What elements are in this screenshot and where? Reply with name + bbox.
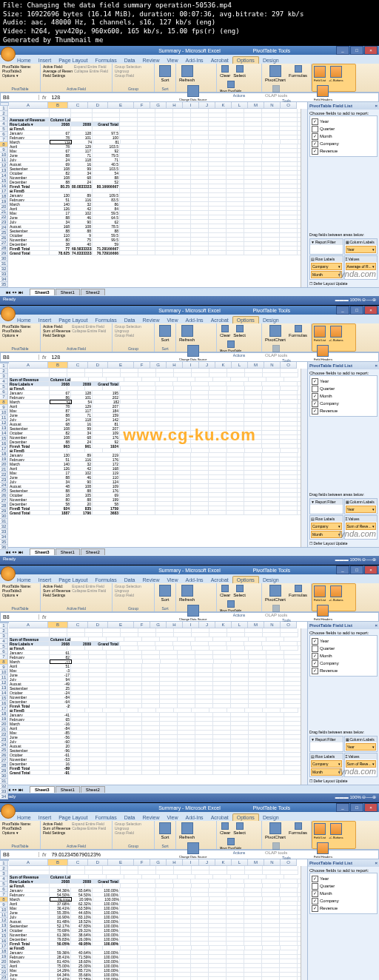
field-quarter[interactable]: Quarter [312, 882, 375, 890]
row-header[interactable]: 34 [0, 277, 8, 282]
tab-insert[interactable]: Insert [35, 814, 56, 821]
col-header-M[interactable]: M [248, 859, 264, 866]
col-header-K[interactable]: K [215, 102, 232, 109]
row-header[interactable]: 26 [0, 235, 8, 241]
row-header[interactable]: 8 [0, 142, 8, 147]
col-header-M[interactable]: M [248, 622, 264, 628]
sheet-tab-3[interactable]: Sheet3 [30, 289, 55, 295]
row-header[interactable]: 21 [0, 964, 8, 970]
buttons-icon[interactable] [330, 823, 342, 835]
tab-view[interactable]: View [163, 57, 181, 64]
row-header[interactable]: 8 [0, 897, 8, 902]
tab-page-layout[interactable]: Page Layout [55, 577, 91, 583]
row-header[interactable]: 22 [0, 472, 8, 477]
tab-design[interactable]: Design [259, 317, 283, 323]
row-header[interactable]: 21 [0, 467, 8, 472]
col-header-G[interactable]: G [150, 102, 167, 109]
cell[interactable]: Grand Total [9, 251, 50, 255]
row-header[interactable]: 14 [0, 173, 8, 178]
row-header[interactable]: 10 [0, 907, 8, 913]
cell[interactable]: 1887 [50, 511, 71, 515]
row-header[interactable]: 5 [0, 127, 8, 132]
buttons-icon[interactable] [330, 585, 342, 597]
row-header[interactable]: 17 [0, 189, 8, 194]
tab-options[interactable]: Options [232, 316, 259, 323]
col-header-J[interactable]: J [199, 622, 215, 628]
row-header[interactable]: 20 [0, 462, 8, 467]
row-header[interactable]: 22 [0, 732, 8, 737]
close-icon[interactable]: × [375, 623, 378, 628]
refresh-icon[interactable] [181, 822, 193, 834]
headers-icon[interactable] [317, 85, 329, 97]
row-header[interactable]: 3 [0, 871, 8, 876]
col-header-O[interactable]: O [281, 362, 297, 369]
col-header-I[interactable]: I [183, 622, 199, 628]
row-header[interactable]: 11 [0, 675, 8, 680]
row-header[interactable]: 25 [0, 748, 8, 753]
col-header-D[interactable]: D [88, 622, 108, 628]
row-header[interactable]: 19 [0, 954, 8, 959]
col-header-A[interactable]: A [9, 622, 48, 628]
field-year[interactable]: Year [312, 875, 375, 882]
row-header[interactable]: 10 [0, 152, 8, 158]
select-icon[interactable] [236, 822, 244, 830]
cell[interactable]: 76.72916666 [93, 251, 120, 255]
tab-insert[interactable]: Insert [35, 317, 56, 323]
row-header[interactable]: 17 [0, 706, 8, 711]
fx-icon[interactable]: fx [39, 95, 49, 100]
cell[interactable]: 78.625 [50, 251, 71, 255]
maximize-button[interactable]: □ [350, 46, 363, 55]
field-company[interactable]: Company [312, 660, 375, 667]
row-header[interactable]: 10 [0, 410, 8, 415]
col-header-K[interactable]: K [215, 859, 232, 866]
col-header-B[interactable]: B [48, 859, 68, 866]
pivotchart-icon[interactable] [269, 585, 281, 597]
row-header[interactable]: 19 [0, 716, 8, 722]
col-header-G[interactable]: G [150, 859, 167, 866]
row-header[interactable]: 18 [0, 452, 8, 457]
tab-addins[interactable]: Add-Ins [182, 577, 207, 583]
tab-data[interactable]: Data [121, 577, 139, 583]
col-header-J[interactable]: J [199, 859, 215, 866]
row-header[interactable]: 15 [0, 696, 8, 701]
row-header[interactable]: 1 [0, 861, 8, 866]
headers-icon[interactable] [317, 605, 329, 617]
formulas-icon[interactable] [295, 822, 302, 830]
row-header[interactable]: 24 [0, 742, 8, 748]
col-header-B[interactable]: B [48, 362, 68, 369]
row-header[interactable]: 7 [0, 654, 8, 660]
col-header-N[interactable]: N [264, 102, 281, 109]
tab-data[interactable]: Data [121, 57, 139, 64]
row-header[interactable]: 11 [0, 913, 8, 918]
tab-review[interactable]: Review [139, 814, 164, 821]
row-header[interactable]: 3 [0, 634, 8, 639]
sheet-tab-2[interactable]: Sheet2 [81, 548, 105, 555]
tab-addins[interactable]: Add-Ins [182, 814, 207, 821]
field-list-icon[interactable] [314, 66, 326, 78]
row-header[interactable]: 31 [0, 779, 8, 784]
headers-icon[interactable] [317, 842, 329, 854]
row-header[interactable]: 30 [0, 256, 8, 261]
tab-formulas[interactable]: Formulas [92, 57, 121, 64]
row-header[interactable]: 6 [0, 389, 8, 395]
row-header[interactable]: 7 [0, 892, 8, 897]
row-header[interactable]: 25 [0, 230, 8, 235]
sheet-tab-1[interactable]: Sheet1 [56, 289, 80, 295]
row-header[interactable]: 2 [0, 866, 8, 871]
refresh-icon[interactable] [181, 585, 193, 597]
drop-year[interactable]: Year▾ [346, 506, 377, 513]
col-header-A[interactable]: A [9, 362, 48, 369]
col-header-L[interactable]: L [232, 859, 248, 866]
row-header[interactable]: 15 [0, 933, 8, 939]
row-header[interactable]: 31 [0, 261, 8, 266]
tab-design[interactable]: Design [259, 814, 283, 821]
row-header[interactable]: 6 [0, 887, 8, 892]
change-data-icon[interactable] [187, 85, 199, 97]
col-header-F[interactable]: F [134, 102, 150, 109]
col-header-G[interactable]: G [150, 362, 167, 369]
field-month[interactable]: Month [312, 890, 375, 897]
row-header[interactable]: 33 [0, 789, 8, 794]
cell[interactable]: July [9, 977, 50, 980]
select-icon[interactable] [236, 325, 244, 332]
row-header[interactable]: 13 [0, 426, 8, 431]
